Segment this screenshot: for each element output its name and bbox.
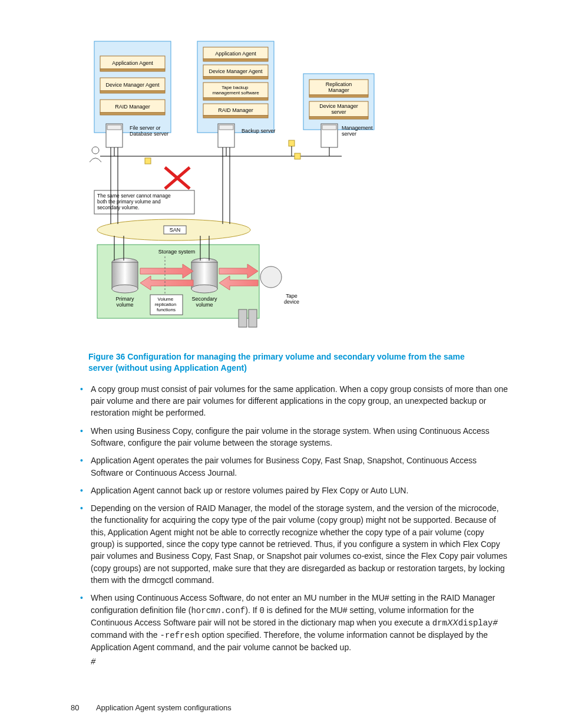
svg-rect-42 [295, 153, 300, 159]
svg-rect-15 [203, 77, 268, 79]
svg-text:Tapedevice: Tapedevice [284, 293, 299, 305]
svg-text:SAN: SAN [170, 227, 181, 233]
svg-text:Managementserver: Managementserver [342, 125, 373, 137]
svg-rect-8 [107, 125, 121, 130]
svg-rect-2 [100, 69, 165, 71]
bullet-list: A copy group must consist of pair volume… [77, 383, 509, 668]
svg-point-62 [191, 285, 217, 293]
svg-rect-79 [249, 309, 257, 327]
list-item: Depending on the version of RAID Manager… [77, 502, 509, 586]
svg-point-76 [260, 266, 282, 288]
svg-rect-78 [239, 309, 247, 327]
list-item: Application Agent cannot back up or rest… [77, 485, 509, 496]
svg-rect-6 [100, 113, 165, 115]
svg-rect-24 [219, 125, 233, 130]
page-number: 80 [71, 703, 94, 712]
figure-36-diagram: Application Agent Device Manager Agent R… [88, 35, 509, 342]
label: RAID Manager [115, 104, 150, 110]
svg-text:ReplicationManager: ReplicationManager [326, 81, 352, 93]
list-item: When using Continuous Access Software, d… [77, 592, 509, 668]
svg-text:Application Agent: Application Agent [215, 51, 256, 57]
footer-title: Application Agent system configurations [96, 703, 232, 712]
figure-caption: Figure 36 Configuration for managing the… [88, 351, 491, 374]
svg-rect-4 [100, 91, 165, 93]
list-item: Application Agent operates the pair volu… [77, 454, 509, 479]
svg-point-9 [92, 147, 99, 154]
svg-text:Volume
        replication
   : Volume replication functions [155, 297, 178, 312]
list-item: When using Business Copy, configure the … [77, 425, 509, 449]
svg-rect-41 [289, 140, 295, 146]
svg-text:RAID Manager: RAID Manager [218, 107, 253, 113]
footnote-marker: # [91, 656, 509, 668]
svg-rect-21 [203, 116, 268, 118]
label: Device Manager Agent [105, 82, 160, 88]
svg-text:Storage system: Storage system [158, 249, 196, 255]
svg-point-59 [112, 285, 138, 293]
svg-text:Backup server: Backup server [242, 128, 276, 134]
svg-text:Primaryvolume: Primaryvolume [116, 296, 134, 308]
svg-text:Device Manager Agent: Device Manager Agent [209, 68, 263, 74]
svg-rect-31 [309, 117, 368, 119]
svg-rect-28 [309, 95, 368, 97]
page-footer: 80 Application Agent system configuratio… [71, 703, 509, 712]
label: Application Agent [112, 60, 153, 66]
svg-rect-12 [203, 59, 268, 61]
svg-rect-40 [145, 158, 151, 164]
svg-rect-18 [203, 98, 268, 100]
list-item: A copy group must consist of pair volume… [77, 383, 509, 419]
svg-rect-34 [322, 125, 336, 130]
